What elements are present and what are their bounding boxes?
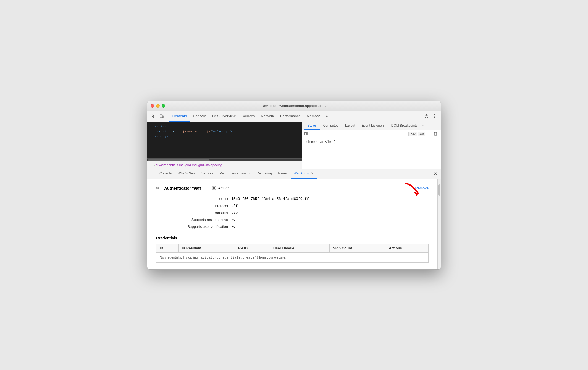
styles-content: element.style { [302,138,441,146]
drawer-tab-sensors[interactable]: Sensors [199,169,216,179]
styles-filter-bar: :hov .cls + [302,130,441,138]
resident-keys-value: No [231,217,429,222]
tab-performance[interactable]: Performance [277,111,303,122]
code-pane: </div> <script src="js/webauthn.js"></sc… [147,122,302,169]
tab-elements[interactable]: Elements [169,111,190,122]
tab-layout[interactable]: Layout [342,122,358,130]
maximize-button[interactable] [162,104,165,108]
col-actions: Actions [385,244,429,252]
edit-icon[interactable]: ✏ [156,186,160,191]
tab-event-listeners[interactable]: Event Listeners [358,122,388,130]
styles-filter-actions: :hov .cls + [408,131,439,137]
transport-value: usb [231,210,429,215]
resident-keys-label: Supports resident keys [156,217,228,222]
transport-label: Transport [156,210,228,215]
tab-console[interactable]: Console [190,111,209,122]
traffic-lights [151,104,165,108]
devtools-toolbar: Elements Console CSS Overview Sources Ne… [147,111,441,122]
element-style-text: element.style { [305,140,335,144]
credentials-title: Credentials [156,236,429,240]
devtools-window: DevTools - webauthndemo.appspot.com/ Ele… [147,101,441,270]
drawer-tabs: ⋮ Console What's New Sensors Performance… [147,169,441,179]
protocol-value: u2f [231,203,429,209]
scrollbar-thumb[interactable] [438,184,440,196]
uuid-value: 15c01f56-785f-43b4-ab58-4facd60f9aff [231,196,429,202]
drawer-tab-console[interactable]: Console [157,169,174,179]
cursor-icon[interactable] [149,112,157,120]
col-id: ID [156,244,179,252]
uuid-label: UUID [156,196,228,202]
toolbar-divider [167,113,167,119]
webauthn-content: ✏ Authenticator f9aff Active Remove UUID [147,179,437,269]
empty-msg-code: navigator.credentials.create() [199,256,258,260]
radio-circle [212,186,216,190]
active-radio[interactable]: Active [212,186,229,190]
empty-msg-prefix: No credentials. Try calling [160,256,199,259]
user-verification-label: Supports user verification [156,224,228,229]
styles-tabs: Styles Computed Layout Event Listeners D… [302,122,441,130]
drawer-tab-issues[interactable]: Issues [275,169,290,179]
new-style-rule-icon[interactable]: + [426,131,432,137]
breadcrumb-path[interactable]: div#credentials.mdl-grid.mdl-grid--no-sp… [156,163,222,167]
scrollbar-track[interactable] [437,179,441,269]
authenticator-name: Authenticator f9aff [164,186,201,191]
table-row-empty: No credentials. Try calling navigator.cr… [156,252,429,262]
svg-rect-0 [160,115,162,118]
table-header-row: ID Is Resident RP ID User Handle Sign Co… [156,244,429,252]
overflow-icon[interactable]: » [323,112,331,120]
minimize-button[interactable] [156,104,160,108]
more-icon[interactable] [431,112,439,120]
svg-rect-1 [162,116,163,118]
col-user-handle: User Handle [270,244,329,252]
authenticator-header: ✏ Authenticator f9aff Active Remove [156,186,429,191]
hov-button[interactable]: :hov [408,132,417,136]
drawer-tab-webauthn[interactable]: WebAuthn ✕ [291,169,317,179]
tab-computed[interactable]: Computed [320,122,342,130]
breadcrumb-overflow[interactable]: ... [149,163,153,167]
settings-icon[interactable] [422,112,430,120]
tab-dom-breakpoints[interactable]: DOM Breakpoints [388,122,421,130]
col-sign-count: Sign Count [330,244,385,252]
tab-memory[interactable]: Memory [304,111,322,122]
empty-cell: No credentials. Try calling navigator.cr… [156,252,429,262]
device-icon[interactable] [158,112,166,120]
svg-rect-6 [434,132,437,135]
credentials-table: ID Is Resident RP ID User Handle Sign Co… [156,244,429,263]
svg-point-4 [434,116,435,117]
breadcrumb-element: div#credentials.mdl-grid.mdl-grid--no-sp… [156,163,222,167]
info-grid: UUID 15c01f56-785f-43b4-ab58-4facd60f9af… [156,196,429,229]
drawer-tab-rendering[interactable]: Rendering [254,169,275,179]
webauthn-panel: ✏ Authenticator f9aff Active Remove UUID [147,179,441,269]
bottom-panel: ⋮ Console What's New Sensors Performance… [147,169,441,269]
webauthn-scrollable: ✏ Authenticator f9aff Active Remove UUID [147,179,437,269]
toggle-style-sidebar-icon[interactable] [433,131,439,137]
styles-filter-input[interactable] [304,132,406,136]
titlebar: DevTools - webauthndemo.appspot.com/ [147,101,441,111]
svg-point-3 [434,114,435,115]
tab-css-overview[interactable]: CSS Overview [209,111,238,122]
drawer-menu-icon[interactable]: ⋮ [149,170,156,177]
code-editor: </div> <script src="js/webauthn.js"></sc… [147,122,302,158]
drawer-tab-whats-new[interactable]: What's New [175,169,198,179]
breadcrumb-bar: ... › div#credentials.mdl-grid.mdl-grid-… [147,161,302,169]
svg-point-5 [434,117,435,118]
drawer-close-icon[interactable]: ✕ [432,170,439,177]
window-title: DevTools - webauthndemo.appspot.com/ [261,104,327,108]
breadcrumb-more[interactable]: ... [224,163,228,167]
cls-button[interactable]: .cls [418,132,426,136]
tab-network[interactable]: Network [258,111,277,122]
protocol-label: Protocol [156,203,228,209]
drawer-tab-performance-monitor[interactable]: Performance monitor [217,169,253,179]
close-button[interactable] [151,104,154,108]
tab-styles[interactable]: Styles [304,122,320,130]
styles-tab-overflow[interactable]: » [421,122,425,130]
webauthn-tab-label: WebAuthn [294,171,309,175]
user-verification-value: No [231,224,429,229]
styles-pane: Styles Computed Layout Event Listeners D… [302,122,441,169]
webauthn-tab-close[interactable]: ✕ [311,171,314,176]
top-split: </div> <script src="js/webauthn.js"></sc… [147,122,441,169]
col-rp-id: RP ID [235,244,270,252]
remove-link[interactable]: Remove [415,186,429,190]
svg-point-2 [426,116,427,117]
tab-sources[interactable]: Sources [239,111,258,122]
